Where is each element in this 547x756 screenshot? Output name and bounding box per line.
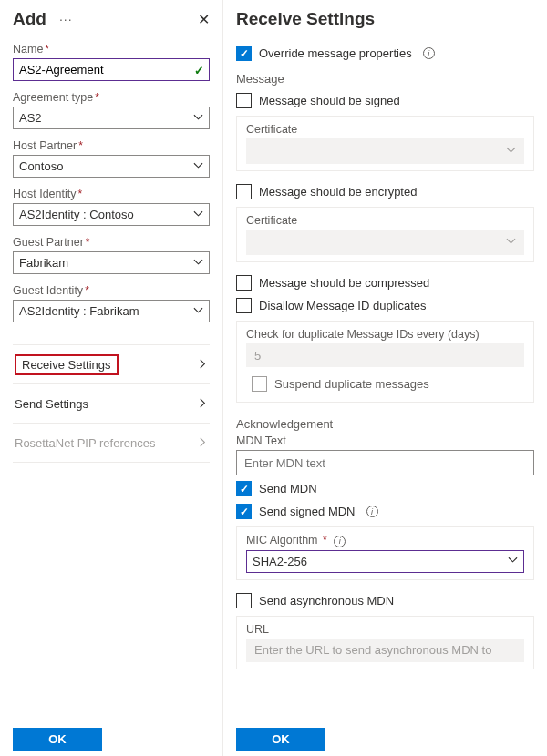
more-icon[interactable]: ···	[59, 12, 73, 26]
mic-value: SHA2-256	[253, 555, 307, 568]
compressed-checkbox[interactable]	[236, 275, 252, 291]
required-icon: *	[45, 43, 49, 56]
chevron-down-icon	[506, 145, 516, 158]
chevron-down-icon	[193, 111, 203, 125]
guest-partner-select[interactable]: Fabrikam	[13, 251, 210, 274]
chevron-down-icon	[193, 159, 203, 173]
add-title: Add	[13, 9, 46, 29]
cert-label: Certificate	[246, 123, 524, 136]
url-label: URL	[246, 623, 524, 636]
required-icon: *	[85, 284, 89, 297]
guest-identity-label: Guest Identity	[13, 284, 83, 297]
dup-check-box: Check for duplicate Message IDs every (d…	[236, 321, 534, 403]
encrypted-label: Message should be encrypted	[259, 185, 417, 199]
override-label: Override message properties	[259, 46, 412, 60]
name-input[interactable]	[13, 58, 210, 81]
override-row: ✓ Override message properties i	[236, 46, 534, 61]
chevron-down-icon	[193, 256, 203, 270]
chevron-right-icon	[198, 397, 208, 411]
override-checkbox[interactable]: ✓	[236, 46, 252, 61]
host-identity-value: AS2Identity : Contoso	[19, 208, 134, 221]
required-icon: *	[86, 236, 90, 249]
required-icon: *	[95, 91, 99, 104]
cert-label: Certificate	[246, 214, 524, 227]
mic-label: MIC Algorithm * i	[246, 534, 524, 547]
receive-settings-pane: Receive Settings ✓ Override message prop…	[223, 0, 547, 756]
receive-settings-label: Receive Settings	[15, 354, 119, 375]
required-icon: *	[77, 188, 82, 200]
signed-cert-select	[246, 138, 524, 164]
signed-row: Message should be signed	[236, 93, 534, 108]
send-settings-row[interactable]: Send Settings	[13, 384, 210, 424]
mdn-text-label: MDN Text	[236, 434, 534, 447]
info-icon[interactable]: i	[423, 47, 435, 59]
mic-box: MIC Algorithm * i SHA2-256	[236, 526, 534, 580]
encrypted-checkbox[interactable]	[236, 184, 252, 199]
host-partner-label: Host Partner	[13, 139, 77, 152]
dup-check-label: Check for duplicate Message IDs every (d…	[246, 328, 524, 341]
chevron-right-icon	[198, 436, 208, 450]
name-label: Name	[13, 43, 43, 56]
chevron-down-icon	[193, 304, 203, 318]
disallow-dup-row: Disallow Message ID duplicates	[236, 298, 534, 313]
chevron-down-icon	[508, 555, 518, 568]
ack-section-label: Acknowledgement	[236, 417, 534, 431]
agreement-type-label: Agreement type	[13, 91, 93, 104]
signed-label: Message should be signed	[259, 94, 400, 107]
encrypted-cert-box: Certificate	[236, 207, 534, 262]
receive-settings-row[interactable]: Receive Settings	[13, 345, 210, 384]
ok-button-left[interactable]: OK	[13, 728, 102, 751]
host-partner-select[interactable]: Contoso	[13, 155, 210, 178]
field-host-partner: Host Partner* Contoso	[13, 138, 210, 178]
rosettanet-row[interactable]: RosettaNet PIP references	[13, 424, 210, 463]
disallow-dup-checkbox[interactable]	[236, 298, 252, 313]
suspend-label: Suspend duplicate messages	[274, 377, 429, 391]
close-icon[interactable]: ✕	[198, 11, 210, 28]
signed-checkbox[interactable]	[236, 93, 252, 108]
mic-select[interactable]: SHA2-256	[246, 550, 524, 573]
dup-check-value: 5	[246, 343, 524, 367]
suspend-checkbox	[252, 376, 267, 392]
message-section-label: Message	[236, 72, 534, 86]
field-guest-partner: Guest Partner* Fabrikam	[13, 235, 210, 274]
signed-cert-box: Certificate	[236, 116, 534, 171]
host-partner-value: Contoso	[19, 159, 63, 173]
add-header: Add ··· ✕	[13, 9, 210, 29]
add-pane: Add ··· ✕ Name* ✓ Agreement type* AS2 Ho…	[0, 0, 223, 756]
info-icon[interactable]: i	[366, 506, 378, 517]
signed-mdn-label: Send signed MDN	[259, 505, 356, 518]
compressed-row: Message should be compressed	[236, 275, 534, 291]
agreement-type-select[interactable]: AS2	[13, 107, 210, 129]
ok-button-right[interactable]: OK	[236, 728, 325, 751]
guest-partner-value: Fabrikam	[19, 256, 68, 270]
required-icon: *	[78, 139, 83, 152]
url-input: Enter the URL to send asynchronous MDN t…	[246, 639, 524, 662]
info-icon[interactable]: i	[334, 536, 346, 547]
async-mdn-checkbox[interactable]	[236, 593, 252, 608]
compressed-label: Message should be compressed	[259, 276, 429, 290]
url-box: URL Enter the URL to send asynchronous M…	[236, 616, 534, 669]
async-mdn-label: Send asynchronous MDN	[259, 594, 394, 608]
signed-mdn-row: ✓ Send signed MDN i	[236, 504, 534, 519]
receive-title: Receive Settings	[236, 9, 375, 29]
send-mdn-label: Send MDN	[259, 482, 317, 495]
field-name: Name* ✓	[13, 42, 210, 81]
chevron-right-icon	[198, 358, 208, 372]
host-identity-select[interactable]: AS2Identity : Contoso	[13, 203, 210, 226]
encrypted-cert-select	[246, 230, 524, 255]
field-host-identity: Host Identity* AS2Identity : Contoso	[13, 187, 210, 226]
chevron-down-icon	[193, 208, 203, 221]
async-mdn-row: Send asynchronous MDN	[236, 593, 534, 608]
mdn-text-input[interactable]	[236, 450, 534, 475]
send-mdn-row: ✓ Send MDN	[236, 481, 534, 496]
chevron-down-icon	[506, 236, 516, 250]
guest-identity-select[interactable]: AS2Identity : Fabrikam	[13, 300, 210, 322]
rosettanet-label: RosettaNet PIP references	[15, 436, 155, 450]
signed-mdn-checkbox[interactable]: ✓	[236, 504, 252, 519]
field-agreement-type: Agreement type* AS2	[13, 90, 210, 129]
send-mdn-checkbox[interactable]: ✓	[236, 481, 252, 496]
send-settings-label: Send Settings	[15, 397, 88, 411]
guest-identity-value: AS2Identity : Fabrikam	[19, 304, 139, 318]
valid-check-icon: ✓	[194, 63, 204, 77]
encrypted-row: Message should be encrypted	[236, 184, 534, 199]
